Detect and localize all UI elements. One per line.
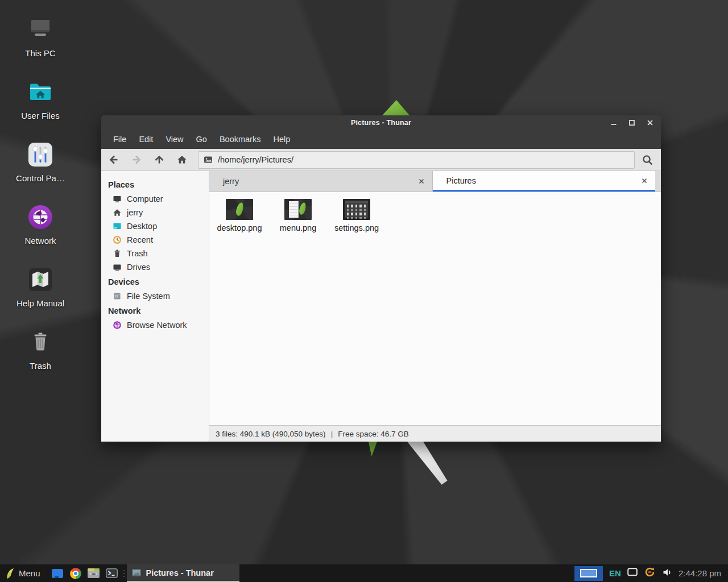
sidebar-item-label: Desktop bbox=[127, 222, 157, 231]
path-bar[interactable]: /home/jerry/Pictures/ bbox=[198, 151, 635, 169]
taskbar-window-button[interactable]: Pictures - Thunar bbox=[127, 564, 239, 582]
search-button[interactable] bbox=[635, 150, 660, 169]
tab-jerry[interactable]: jerry bbox=[209, 171, 433, 192]
system-tray: EN 2:44:28 pm bbox=[574, 566, 728, 581]
clock-icon bbox=[113, 235, 122, 244]
computer-icon bbox=[113, 194, 122, 203]
sidebar-item-browse-network[interactable]: Browse Network bbox=[108, 318, 209, 332]
sidebar-header-devices: Devices bbox=[108, 274, 209, 289]
menu-bookmarks[interactable]: Bookmarks bbox=[213, 132, 267, 147]
sidebar-item-computer[interactable]: Computer bbox=[108, 192, 209, 206]
distro-logo-icon[interactable] bbox=[5, 567, 15, 580]
terminal-launcher-icon[interactable] bbox=[103, 564, 121, 582]
desktop-icon-label: User Files bbox=[21, 111, 60, 120]
menu-file[interactable]: File bbox=[107, 132, 133, 147]
forward-button[interactable] bbox=[125, 150, 148, 169]
tab-label: jerry bbox=[223, 177, 418, 186]
file-name: menu.png bbox=[280, 223, 317, 232]
sidebar-item-label: Computer bbox=[127, 194, 163, 203]
thumbnail-settings-window bbox=[345, 201, 368, 218]
workspace-window-miniature bbox=[580, 569, 597, 577]
file-menu-png[interactable]: menu.png bbox=[274, 199, 322, 232]
desktop-icon bbox=[113, 222, 122, 231]
file-manager-launcher-icon[interactable] bbox=[85, 564, 103, 582]
back-button[interactable] bbox=[102, 150, 125, 169]
volume-tray-icon[interactable] bbox=[662, 568, 672, 579]
sidebar-item-home[interactable]: jerry bbox=[108, 206, 209, 219]
trash-icon bbox=[113, 249, 122, 258]
desktop-icon-label: Network bbox=[24, 236, 56, 246]
chrome-launcher-icon[interactable] bbox=[67, 564, 85, 582]
user-files-icon bbox=[27, 78, 54, 106]
start-menu-button[interactable]: Menu bbox=[19, 568, 40, 578]
side-pane: Places Computer jerry Desktop Recent Tra… bbox=[101, 171, 209, 442]
clock[interactable]: 2:44:28 pm bbox=[679, 568, 721, 578]
file-view[interactable]: desktop.png menu.png bbox=[209, 192, 661, 425]
taskbar-separator-handle[interactable] bbox=[121, 564, 127, 582]
sidebar-item-label: Recent bbox=[127, 235, 153, 244]
network-globe-icon bbox=[27, 203, 54, 231]
globe-icon bbox=[113, 321, 122, 330]
home-icon bbox=[113, 208, 122, 217]
desktop-icon-this-pc[interactable]: This PC bbox=[7, 8, 74, 70]
sidebar-header-places: Places bbox=[108, 177, 209, 192]
minimize-button[interactable] bbox=[609, 118, 619, 128]
thumbnail-menu-panel bbox=[289, 201, 299, 218]
control-panel-icon bbox=[27, 141, 54, 168]
file-desktop-png[interactable]: desktop.png bbox=[215, 199, 264, 232]
taskbar: Menu Pictures - Thunar EN 2 bbox=[0, 564, 728, 582]
window-thumbnail-icon bbox=[132, 569, 141, 576]
home-button[interactable] bbox=[171, 150, 193, 169]
tab-pictures[interactable]: Pictures bbox=[433, 171, 656, 192]
maximize-button[interactable] bbox=[627, 118, 637, 128]
desktop-icon-column: This PC User Files bbox=[7, 8, 74, 383]
sidebar-item-label: Browse Network bbox=[127, 321, 187, 330]
status-free-space: Free space: 46.7 GB bbox=[338, 430, 409, 438]
desktop-icon-trash[interactable]: Trash bbox=[7, 321, 74, 383]
window-controls bbox=[609, 115, 655, 130]
desktop-icon-control-panel[interactable]: Control Pa… bbox=[7, 133, 74, 196]
tab-close-icon[interactable] bbox=[641, 177, 648, 184]
thunar-window: Pictures - Thunar File Edit View Go Book… bbox=[101, 115, 661, 442]
trash-can-icon bbox=[27, 329, 54, 356]
menu-edit[interactable]: Edit bbox=[133, 132, 159, 147]
help-manual-icon bbox=[27, 266, 54, 293]
updates-tray-icon[interactable] bbox=[644, 566, 656, 580]
sidebar-item-recent[interactable]: Recent bbox=[108, 233, 209, 247]
file-settings-png[interactable]: settings.png bbox=[332, 199, 381, 232]
menu-go[interactable]: Go bbox=[190, 132, 213, 147]
file-name: desktop.png bbox=[217, 223, 262, 232]
desktop-icon-user-files[interactable]: User Files bbox=[7, 70, 74, 133]
image-thumbnail bbox=[343, 199, 370, 220]
sidebar-item-file-system[interactable]: File System bbox=[108, 289, 209, 303]
status-bar: 3 files: 490.1 kB (490,050 bytes) | Free… bbox=[209, 425, 661, 442]
sidebar-item-drives[interactable]: Drives bbox=[108, 260, 209, 274]
desktop-icon-label: Help Manual bbox=[16, 298, 64, 308]
hard-disk-icon bbox=[113, 292, 122, 301]
sidebar-item-label: Trash bbox=[127, 249, 148, 258]
search-icon bbox=[642, 154, 653, 166]
browser-window-launcher-icon[interactable] bbox=[48, 564, 67, 582]
keyboard-layout-indicator[interactable]: EN bbox=[609, 568, 621, 578]
status-files-summary: 3 files: 490.1 kB (490,050 bytes) bbox=[216, 430, 326, 438]
sidebar-item-trash[interactable]: Trash bbox=[108, 247, 209, 260]
desktop-icon-network[interactable]: Network bbox=[7, 196, 74, 258]
drive-icon bbox=[113, 263, 122, 272]
tab-close-icon[interactable] bbox=[418, 178, 425, 185]
up-button[interactable] bbox=[148, 150, 171, 169]
workspace-switcher[interactable] bbox=[574, 566, 603, 581]
thumbnail-logo-shape bbox=[298, 202, 307, 215]
status-separator: | bbox=[331, 430, 333, 438]
display-tray-icon[interactable] bbox=[627, 568, 638, 579]
sidebar-item-desktop[interactable]: Desktop bbox=[108, 219, 209, 233]
close-button[interactable] bbox=[645, 118, 655, 128]
image-file-icon bbox=[204, 155, 213, 164]
menu-view[interactable]: View bbox=[159, 132, 189, 147]
desktop-icon-label: Trash bbox=[30, 361, 51, 371]
tab-bar: jerry Pictures bbox=[209, 171, 661, 192]
desktop-icon-help-manual[interactable]: Help Manual bbox=[7, 258, 74, 321]
window-titlebar[interactable]: Pictures - Thunar bbox=[101, 115, 661, 130]
image-thumbnail bbox=[284, 199, 312, 220]
this-pc-icon bbox=[27, 16, 54, 43]
menu-help[interactable]: Help bbox=[267, 132, 296, 147]
